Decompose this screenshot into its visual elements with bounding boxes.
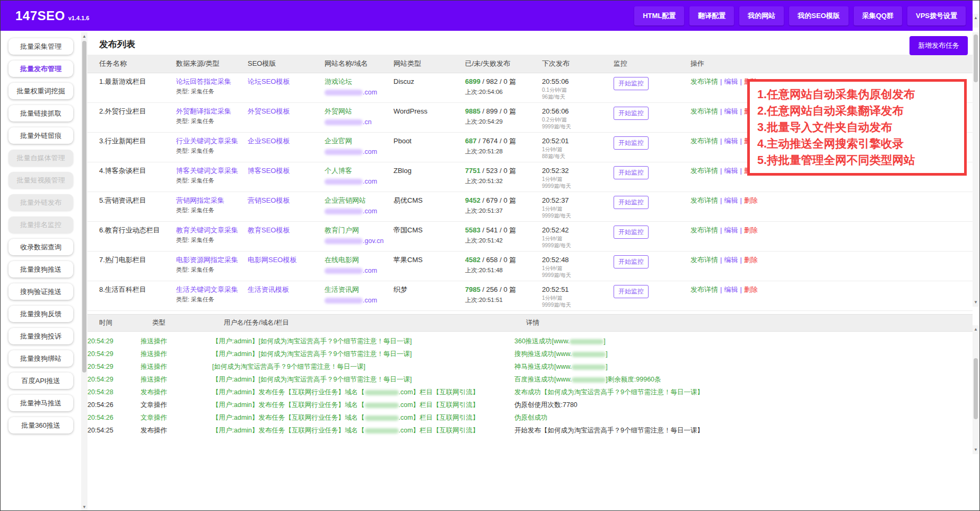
sidebar-item[interactable]: 批量搜狗投诉: [8, 328, 73, 344]
scroll-down-icon[interactable]: ▼: [973, 447, 979, 453]
sidebar-item[interactable]: 批量发布管理: [8, 60, 73, 77]
seo-template-link[interactable]: 营销SEO模板: [248, 196, 290, 204]
data-source-type: 类型: 采集任务: [176, 295, 243, 304]
site-type: 织梦: [393, 285, 465, 294]
nav-item[interactable]: 我的网站: [739, 6, 784, 25]
sidebar-item[interactable]: 批量外链留痕: [8, 127, 73, 144]
unpublished-count: 541: [486, 226, 498, 234]
data-source-link[interactable]: 论坛回答指定采集: [176, 77, 231, 85]
publish-table-scrollbar[interactable]: ▼: [973, 32, 979, 307]
data-source-link[interactable]: 教育关键词文章采集: [176, 226, 238, 234]
sidebar-item[interactable]: 批量采集管理: [8, 38, 73, 55]
seo-template-link[interactable]: 论坛SEO模板: [248, 77, 290, 85]
sidebar-item[interactable]: 批量360推送: [8, 417, 73, 434]
sidebar-item[interactable]: 批量权重词挖掘: [8, 83, 73, 99]
sidebar-item[interactable]: 批量搜狗反馈: [8, 306, 73, 322]
log-detail: 开始发布【如何成为淘宝运营高手？9个细节需注意！每日一课】: [514, 427, 979, 435]
nav-item[interactable]: 采集QQ群: [854, 6, 902, 25]
log-subject: 【用户:admin】发布任务【互联网行业任务】域名【.com】栏目【互联网引流】: [212, 427, 514, 435]
start-monitor-button[interactable]: 开始监控: [614, 255, 649, 269]
sidebar-item[interactable]: 百度API推送: [8, 373, 73, 389]
unpublished-count: 679: [486, 196, 498, 204]
edit-link[interactable]: 编辑: [724, 107, 738, 115]
sidebar-item[interactable]: 搜狗验证推送: [8, 283, 73, 300]
log-scrollbar[interactable]: ▲ ▼: [973, 325, 979, 454]
sidebar-item[interactable]: 批量神马推送: [8, 395, 73, 411]
data-source-link[interactable]: 营销网指定采集: [176, 196, 224, 204]
publish-detail-link[interactable]: 发布详情: [690, 107, 718, 115]
publish-table-row: 7.热门电影栏目 电影资源网指定采集 类型: 采集任务 电影网SEO模板 在线电…: [88, 252, 979, 281]
publish-counts-cell: 9885 / 899 / 0 篇 上次:20:54:29: [465, 107, 542, 126]
edit-link[interactable]: 编辑: [724, 137, 738, 145]
delete-link[interactable]: 删除: [744, 285, 758, 293]
data-source-type: 类型: 采集任务: [176, 117, 243, 126]
data-source-link[interactable]: 外贸翻译指定采集: [176, 107, 231, 115]
scroll-down-icon[interactable]: ▼: [973, 299, 979, 306]
start-monitor-button[interactable]: 开始监控: [614, 136, 649, 150]
site-name: 游戏论坛: [325, 77, 352, 85]
site-cell: 企业营销网站 .com: [325, 196, 393, 216]
scroll-up-icon[interactable]: ▲: [973, 15, 979, 21]
delete-link[interactable]: 删除: [744, 226, 758, 234]
scroll-up-icon[interactable]: ▲: [973, 326, 979, 333]
action-separator: |: [740, 256, 741, 264]
scroll-down-icon[interactable]: ▼: [81, 504, 88, 510]
edit-link[interactable]: 编辑: [724, 167, 738, 175]
start-monitor-button[interactable]: 开始监控: [614, 77, 649, 90]
start-monitor-button[interactable]: 开始监控: [614, 285, 649, 298]
publish-detail-link[interactable]: 发布详情: [690, 256, 718, 264]
nav-item[interactable]: VPS拨号设置: [907, 6, 966, 25]
sidebar-item[interactable]: 批量自媒体管理: [8, 150, 73, 166]
delete-link[interactable]: 删除: [744, 196, 758, 204]
data-source-cell: 外贸翻译指定采集 类型: 采集任务: [176, 107, 248, 126]
edit-link[interactable]: 编辑: [724, 226, 738, 234]
seo-template-link[interactable]: 博客SEO模板: [248, 167, 290, 175]
scroll-up-icon[interactable]: ▲: [81, 33, 88, 40]
seo-template-link[interactable]: 生活资讯模板: [248, 285, 289, 293]
nav-item[interactable]: 翻译配置: [689, 6, 734, 25]
sidebar-scrollbar[interactable]: ▲ ▼: [81, 32, 88, 511]
data-source-type: 类型: 采集任务: [176, 236, 243, 245]
sidebar-scrollbar-thumb[interactable]: [82, 41, 86, 373]
seo-template-link[interactable]: 电影网SEO模板: [248, 256, 296, 264]
sidebar-item[interactable]: 收录数据查询: [8, 239, 73, 255]
publish-detail-link[interactable]: 发布详情: [690, 285, 718, 293]
sidebar-item[interactable]: 批量排名监控: [8, 216, 73, 233]
sidebar-item[interactable]: 批量搜狗推送: [8, 261, 73, 278]
sidebar-item[interactable]: 批量短视频管理: [8, 172, 73, 188]
sidebar-item[interactable]: 批量搜狗绑站: [8, 350, 73, 367]
start-monitor-button[interactable]: 开始监控: [614, 196, 649, 209]
column-header: 操作: [690, 55, 797, 73]
sidebar-item[interactable]: 批量外链发布: [8, 194, 73, 211]
nav-item[interactable]: HTML配置: [634, 6, 684, 25]
data-source-link[interactable]: 博客关键词文章采集: [176, 167, 238, 175]
edit-link[interactable]: 编辑: [724, 256, 738, 264]
publish-detail-link[interactable]: 发布详情: [690, 77, 718, 85]
edit-link[interactable]: 编辑: [724, 196, 738, 204]
task-name: 8.生活百科栏目: [99, 285, 176, 294]
publish-detail-link[interactable]: 发布详情: [690, 196, 718, 204]
publish-detail-link[interactable]: 发布详情: [690, 137, 718, 145]
new-publish-task-button[interactable]: 新增发布任务: [909, 36, 968, 55]
data-source-link[interactable]: 生活关键词文章采集: [176, 285, 238, 293]
start-monitor-button[interactable]: 开始监控: [614, 226, 649, 239]
delete-link[interactable]: 删除: [744, 256, 758, 264]
seo-template-link[interactable]: 企业SEO模板: [248, 137, 290, 145]
data-source-link[interactable]: 行业关键词文章采集: [176, 137, 238, 145]
nav-item[interactable]: 我的SEO模版: [789, 6, 848, 25]
published-count: 6899: [465, 77, 480, 85]
publish-detail-link[interactable]: 发布详情: [690, 226, 718, 234]
start-monitor-button[interactable]: 开始监控: [614, 107, 649, 120]
data-source-link[interactable]: 电影资源网指定采集: [176, 256, 238, 264]
start-monitor-button[interactable]: 开始监控: [614, 166, 649, 179]
window-scrollbar[interactable]: ▲: [973, 14, 979, 28]
sidebar-item[interactable]: 批量链接抓取: [8, 105, 73, 122]
seo-template-link[interactable]: 教育SEO模板: [248, 226, 290, 234]
seo-template-link[interactable]: 外贸SEO模板: [248, 107, 290, 115]
publish-scrollbar-thumb[interactable]: [974, 34, 978, 82]
publish-detail-link[interactable]: 发布详情: [690, 167, 718, 175]
log-scrollbar-thumb[interactable]: [974, 358, 978, 419]
edit-link[interactable]: 编辑: [724, 285, 738, 293]
publish-table-row: 6.教育行业动态栏目 教育关键词文章采集 类型: 采集任务 教育SEO模板 教育…: [88, 222, 979, 252]
edit-link[interactable]: 编辑: [724, 77, 738, 85]
